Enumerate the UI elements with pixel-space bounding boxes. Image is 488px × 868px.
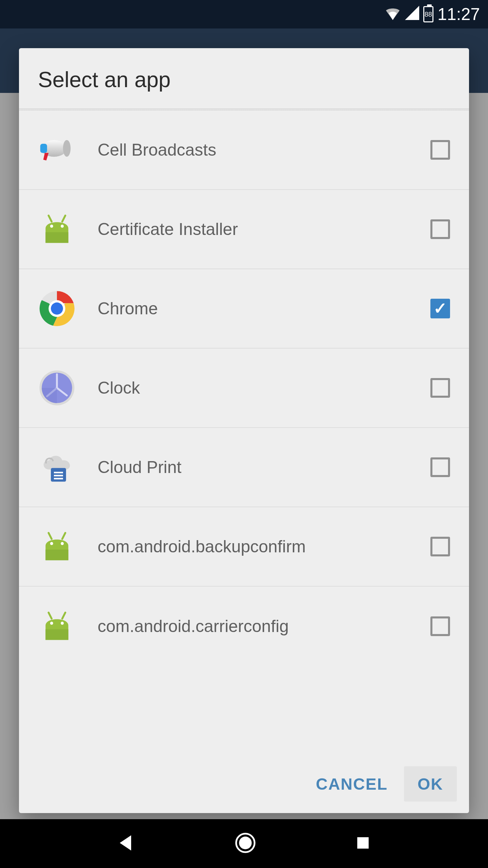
svg-rect-30 [358, 837, 369, 849]
recent-icon[interactable] [355, 835, 371, 852]
app-label: Chrome [76, 299, 430, 318]
app-label: Cell Broadcasts [76, 140, 430, 160]
back-icon[interactable] [117, 833, 136, 854]
svg-rect-23 [45, 629, 68, 640]
checkbox[interactable] [430, 140, 450, 160]
app-label: Cloud Print [76, 457, 430, 477]
megaphone-icon [38, 131, 76, 169]
ok-button[interactable]: OK [404, 766, 457, 802]
status-bar: 88 11:27 [0, 0, 488, 28]
svg-line-22 [62, 533, 65, 539]
clock-icon [38, 369, 76, 407]
svg-line-7 [48, 216, 52, 222]
list-item[interactable]: Certificate Installer [19, 190, 469, 269]
select-app-dialog: Select an app Cell Broadcasts [19, 48, 469, 813]
svg-point-29 [239, 836, 251, 849]
clock-text: 11:27 [438, 4, 480, 24]
checkbox[interactable] [430, 457, 450, 477]
svg-point-3 [63, 140, 70, 157]
svg-rect-18 [45, 550, 68, 560]
svg-rect-15 [54, 472, 63, 473]
app-label: com.android.carrierconfig [76, 616, 430, 636]
svg-point-11 [51, 302, 63, 315]
list-item[interactable]: Cloud Print [19, 428, 469, 507]
svg-point-5 [50, 225, 53, 228]
svg-point-20 [61, 542, 64, 545]
svg-line-8 [62, 216, 65, 222]
android-icon [38, 210, 76, 248]
app-list[interactable]: Cell Broadcasts Certificate Installer [19, 111, 469, 755]
android-icon [38, 607, 76, 645]
list-item[interactable]: Clock [19, 349, 469, 428]
svg-point-6 [61, 225, 64, 228]
svg-point-24 [50, 622, 53, 625]
svg-line-27 [62, 613, 65, 619]
svg-point-25 [61, 622, 64, 625]
cancel-button[interactable]: CANCEL [302, 766, 401, 802]
app-label: com.android.backupconfirm [76, 537, 430, 556]
list-item[interactable]: com.android.backupconfirm [19, 507, 469, 587]
list-item[interactable]: Chrome ✓ [19, 269, 469, 349]
battery-level: 88 [425, 11, 432, 18]
checkbox[interactable] [430, 378, 450, 398]
app-label: Clock [76, 378, 430, 398]
svg-rect-17 [54, 478, 63, 479]
cellular-icon [405, 4, 419, 24]
app-label: Certificate Installer [76, 219, 430, 239]
dialog-footer: CANCEL OK [19, 755, 469, 813]
svg-rect-2 [40, 144, 47, 153]
svg-point-19 [50, 542, 53, 545]
android-icon [38, 528, 76, 566]
list-item[interactable]: Cell Broadcasts [19, 111, 469, 190]
checkbox[interactable] [430, 616, 450, 636]
chrome-icon [38, 290, 76, 328]
cloud-print-icon [38, 448, 76, 486]
battery-icon: 88 [423, 6, 433, 22]
dialog-title: Select an app [19, 48, 469, 108]
home-icon[interactable] [234, 831, 257, 856]
check-icon: ✓ [433, 300, 447, 317]
checkbox[interactable] [430, 219, 450, 239]
svg-rect-16 [54, 475, 63, 476]
svg-rect-4 [45, 232, 68, 243]
checkbox[interactable] [430, 537, 450, 556]
svg-line-21 [48, 533, 52, 539]
list-item[interactable]: com.android.carrierconfig [19, 587, 469, 666]
svg-line-26 [48, 613, 52, 619]
checkbox[interactable]: ✓ [430, 299, 450, 318]
wifi-icon [385, 4, 401, 24]
navigation-bar [0, 819, 488, 868]
